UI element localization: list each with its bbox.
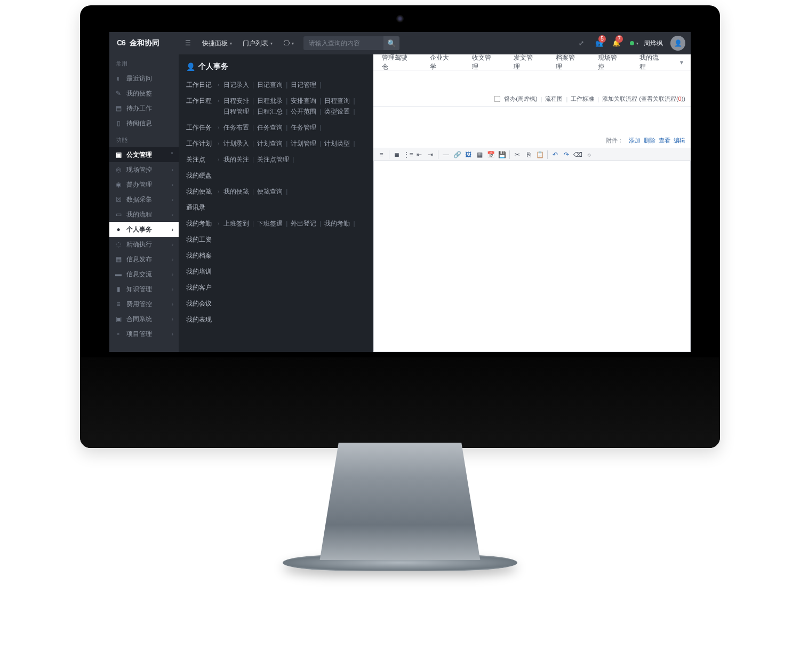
flyout-link[interactable]: 计划录入 xyxy=(223,138,249,149)
standard-link[interactable]: 工作标准 xyxy=(571,95,594,103)
search-input[interactable] xyxy=(303,36,383,50)
editor-area[interactable] xyxy=(373,161,691,352)
clear-format-icon[interactable]: ⌫ xyxy=(573,150,582,159)
flyout-link[interactable]: 我的考勤 xyxy=(324,218,350,229)
flyout-link[interactable]: 计划管理 xyxy=(291,138,316,149)
flyout-link[interactable]: 日程汇总 xyxy=(257,106,283,117)
sidebar-item[interactable]: ◎现场管控› xyxy=(109,162,179,177)
cut-icon[interactable]: ✂ xyxy=(513,150,522,159)
outdent-icon[interactable]: ⇤ xyxy=(414,150,424,159)
flyout-link[interactable]: 便笺查询 xyxy=(257,186,283,197)
sidebar-item[interactable]: ▫项目管理› xyxy=(109,326,179,341)
source-icon[interactable]: ⟐ xyxy=(584,150,594,159)
flyout-category[interactable]: 我的硬盘 xyxy=(186,170,223,181)
sidebar-item[interactable]: ▦信息发布› xyxy=(109,252,179,267)
list-ol-icon[interactable]: ≣ xyxy=(392,150,402,159)
flyout-category[interactable]: 我的便笺› xyxy=(186,186,223,197)
attach-add-link[interactable]: 添加 xyxy=(629,137,641,145)
tab[interactable]: 发文管理 xyxy=(505,54,547,70)
flyout-link[interactable]: 任务管理 xyxy=(291,122,316,133)
sidebar-item[interactable]: ◉督办管理› xyxy=(109,177,179,192)
sidebar-item[interactable]: ⫾最近访问 xyxy=(109,71,179,86)
flyout-link[interactable]: 上班签到 xyxy=(223,218,249,229)
add-related-link[interactable]: 添加关联流程 (查看关联流程(0)) xyxy=(602,95,685,103)
undo-icon[interactable]: ↶ xyxy=(550,150,560,159)
tab[interactable]: 收文管理 xyxy=(463,54,506,70)
sidebar-item[interactable]: ✎我的便签 xyxy=(109,86,179,101)
table-icon[interactable]: ▦ xyxy=(475,150,484,159)
sidebar-item[interactable]: ▭我的流程› xyxy=(109,207,179,222)
sidebar-item[interactable]: ≡费用管控› xyxy=(109,297,179,311)
tabs-more-button[interactable]: ▾ xyxy=(673,54,691,70)
sidebar-item[interactable]: ▮知识管理› xyxy=(109,282,179,297)
display-menu-button[interactable]: 🖵 ▾ xyxy=(278,32,299,54)
flyout-link[interactable]: 日程查询 xyxy=(324,95,350,106)
flyout-category[interactable]: 我的培训 xyxy=(186,266,223,277)
sidebar-item[interactable]: ▣公文管理˅ xyxy=(109,147,179,162)
status-button[interactable]: ▾ xyxy=(625,32,644,54)
flyout-category[interactable]: 我的客户 xyxy=(186,282,223,293)
flyout-link[interactable]: 日程批录 xyxy=(257,95,283,106)
flyout-link[interactable]: 下班签退 xyxy=(257,218,283,229)
search-button[interactable]: 🔍 xyxy=(383,36,399,50)
flyout-category[interactable]: 工作日记› xyxy=(186,79,223,90)
hr-icon[interactable]: — xyxy=(441,150,451,159)
expand-button[interactable]: ⤢ xyxy=(572,32,590,54)
indent-icon[interactable]: ⇥ xyxy=(426,150,435,159)
flyout-link[interactable]: 日记录入 xyxy=(223,79,249,90)
avatar[interactable]: 👤 xyxy=(670,36,685,51)
flyout-link[interactable]: 安排查询 xyxy=(291,95,316,106)
flyout-link[interactable]: 计划类型 xyxy=(324,138,350,149)
flyout-link[interactable]: 日记查询 xyxy=(257,79,283,90)
save-icon[interactable]: 💾 xyxy=(497,150,507,159)
flyout-link[interactable]: 公开范围 xyxy=(291,106,316,117)
flyout-link[interactable]: 我的便笺 xyxy=(223,186,249,197)
flyout-link[interactable]: 日程安排 xyxy=(223,95,249,106)
redo-icon[interactable]: ↷ xyxy=(562,150,571,159)
attach-edit-link[interactable]: 编辑 xyxy=(674,137,685,145)
tab[interactable]: 现场管控 xyxy=(589,54,631,70)
duban-checkbox[interactable] xyxy=(494,96,501,102)
sidebar-item[interactable]: ▬信息交流› xyxy=(109,267,179,282)
sidebar-item[interactable]: ●个人事务› xyxy=(109,222,179,237)
contacts-button[interactable]: 👥 5 xyxy=(590,32,607,54)
tab[interactable]: 我的流程 xyxy=(631,54,673,70)
link-icon[interactable]: 🔗 xyxy=(452,150,462,159)
duban-link[interactable]: 督办(周烨枫) xyxy=(504,95,537,103)
copy-icon[interactable]: ⎘ xyxy=(524,150,533,159)
flyout-category[interactable]: 工作日程› xyxy=(186,95,223,106)
tab[interactable]: 管理驾驶仓 xyxy=(373,54,421,70)
date-icon[interactable]: 📅 xyxy=(486,150,495,159)
sidebar-item[interactable]: ☒数据采集› xyxy=(109,192,179,207)
flyout-link[interactable]: 外出登记 xyxy=(291,218,316,229)
flowchart-link[interactable]: 流程图 xyxy=(545,95,563,103)
portal-list-button[interactable]: 门户列表 ▾ xyxy=(237,32,278,54)
flyout-category[interactable]: 关注点› xyxy=(186,154,223,165)
paste-icon[interactable]: 📋 xyxy=(535,150,545,159)
flyout-link[interactable]: 我的关注 xyxy=(223,154,249,165)
align-left-icon[interactable]: ≡ xyxy=(377,150,386,159)
image-icon[interactable]: 🖼 xyxy=(463,150,473,159)
flyout-category[interactable]: 工作计划› xyxy=(186,138,223,149)
sidebar-item[interactable]: ▤待办工作 xyxy=(109,101,179,116)
attach-del-link[interactable]: 删除 xyxy=(644,137,655,145)
sidebar-item[interactable]: ◌精确执行› xyxy=(109,237,179,252)
tab[interactable]: 档案管理 xyxy=(547,54,589,70)
sidebar-item[interactable]: ▯待阅信息 xyxy=(109,116,179,131)
flyout-category[interactable]: 我的表现 xyxy=(186,314,223,325)
collapse-sidebar-button[interactable]: ☰ xyxy=(179,32,197,54)
flyout-category[interactable]: 我的档案 xyxy=(186,250,223,261)
attach-view-link[interactable]: 查看 xyxy=(659,137,670,145)
flyout-link[interactable]: 日程管理 xyxy=(223,106,249,117)
flyout-link[interactable]: 类型设置 xyxy=(324,106,350,117)
flyout-category[interactable]: 我的会议 xyxy=(186,298,223,309)
flyout-category[interactable]: 通讯录 xyxy=(186,202,223,213)
tab[interactable]: 企业大学 xyxy=(421,54,463,70)
notifications-button[interactable]: 🔔 7 xyxy=(607,32,625,54)
flyout-category[interactable]: 我的考勤› xyxy=(186,218,223,229)
flyout-link[interactable]: 关注点管理 xyxy=(257,154,289,165)
flyout-link[interactable]: 计划查询 xyxy=(257,138,283,149)
flyout-category[interactable]: 工作任务› xyxy=(186,122,223,133)
quick-panel-button[interactable]: 快捷面板 ▾ xyxy=(197,32,237,54)
sidebar-item[interactable]: ▣合同系统› xyxy=(109,311,179,326)
